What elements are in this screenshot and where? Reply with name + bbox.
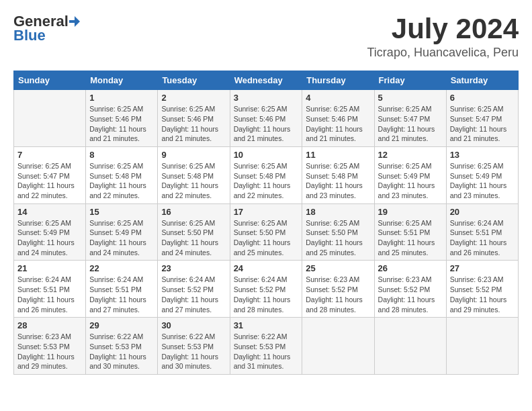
- calendar-cell: [446, 318, 518, 375]
- day-info: Sunrise: 6:25 AMSunset: 5:46 PMDaylight:…: [161, 104, 226, 144]
- day-info: Sunrise: 6:25 AMSunset: 5:46 PMDaylight:…: [89, 104, 154, 144]
- day-info: Sunrise: 6:25 AMSunset: 5:47 PMDaylight:…: [378, 104, 443, 144]
- day-number: 4: [306, 93, 370, 103]
- day-number: 8: [89, 150, 154, 160]
- header: General Blue July 2024 Ticrapo, Huancave…: [13, 13, 519, 60]
- day-number: 30: [161, 320, 226, 330]
- day-info: Sunrise: 6:25 AMSunset: 5:49 PMDaylight:…: [17, 218, 82, 258]
- day-info: Sunrise: 6:25 AMSunset: 5:48 PMDaylight:…: [89, 161, 154, 201]
- day-number: 6: [450, 93, 515, 103]
- day-info: Sunrise: 6:24 AMSunset: 5:52 PMDaylight:…: [161, 275, 226, 314]
- day-info: Sunrise: 6:23 AMSunset: 5:52 PMDaylight:…: [378, 275, 443, 314]
- calendar-week-row-4: 21Sunrise: 6:24 AMSunset: 5:51 PMDayligh…: [14, 261, 519, 318]
- calendar-cell: 14Sunrise: 6:25 AMSunset: 5:49 PMDayligh…: [14, 203, 86, 261]
- weekday-header-friday: Friday: [374, 71, 446, 90]
- day-info: Sunrise: 6:22 AMSunset: 5:53 PMDaylight:…: [89, 332, 154, 371]
- day-info: Sunrise: 6:25 AMSunset: 5:48 PMDaylight:…: [306, 161, 370, 201]
- logo: General Blue: [13, 13, 81, 44]
- month-year-title: July 2024: [367, 13, 519, 44]
- day-number: 2: [161, 93, 226, 103]
- calendar-table: SundayMondayTuesdayWednesdayThursdayFrid…: [13, 71, 519, 375]
- day-info: Sunrise: 6:24 AMSunset: 5:52 PMDaylight:…: [234, 275, 299, 314]
- calendar-cell: 30Sunrise: 6:22 AMSunset: 5:53 PMDayligh…: [158, 318, 230, 375]
- day-number: 15: [89, 207, 154, 217]
- calendar-cell: [302, 318, 374, 375]
- weekday-header-tuesday: Tuesday: [158, 71, 230, 90]
- day-info: Sunrise: 6:22 AMSunset: 5:53 PMDaylight:…: [234, 332, 299, 371]
- calendar-cell: 12Sunrise: 6:25 AMSunset: 5:49 PMDayligh…: [374, 146, 446, 203]
- day-info: Sunrise: 6:24 AMSunset: 5:51 PMDaylight:…: [17, 275, 82, 314]
- calendar-cell: 18Sunrise: 6:25 AMSunset: 5:50 PMDayligh…: [302, 203, 374, 261]
- calendar-cell: 9Sunrise: 6:25 AMSunset: 5:48 PMDaylight…: [158, 146, 230, 203]
- calendar-cell: 5Sunrise: 6:25 AMSunset: 5:47 PMDaylight…: [374, 90, 446, 147]
- logo-blue-text: Blue: [13, 27, 46, 44]
- day-number: 5: [378, 93, 443, 103]
- day-number: 18: [306, 207, 370, 217]
- day-number: 14: [17, 207, 82, 217]
- calendar-cell: 11Sunrise: 6:25 AMSunset: 5:48 PMDayligh…: [302, 146, 374, 203]
- day-number: 11: [306, 150, 370, 160]
- weekday-header-saturday: Saturday: [446, 71, 518, 90]
- calendar-cell: 8Sunrise: 6:25 AMSunset: 5:48 PMDaylight…: [86, 146, 158, 203]
- calendar-cell: 2Sunrise: 6:25 AMSunset: 5:46 PMDaylight…: [158, 90, 230, 147]
- location-subtitle: Ticrapo, Huancavelica, Peru: [367, 46, 519, 60]
- day-info: Sunrise: 6:25 AMSunset: 5:50 PMDaylight:…: [161, 218, 226, 258]
- calendar-cell: 22Sunrise: 6:24 AMSunset: 5:51 PMDayligh…: [86, 261, 158, 318]
- calendar-cell: 26Sunrise: 6:23 AMSunset: 5:52 PMDayligh…: [374, 261, 446, 318]
- day-number: 20: [450, 207, 515, 217]
- calendar-cell: 31Sunrise: 6:22 AMSunset: 5:53 PMDayligh…: [230, 318, 302, 375]
- day-number: 25: [306, 263, 370, 273]
- day-info: Sunrise: 6:25 AMSunset: 5:47 PMDaylight:…: [450, 104, 515, 144]
- calendar-week-row-3: 14Sunrise: 6:25 AMSunset: 5:49 PMDayligh…: [14, 203, 519, 261]
- weekday-header-row: SundayMondayTuesdayWednesdayThursdayFrid…: [14, 71, 519, 90]
- calendar-cell: 15Sunrise: 6:25 AMSunset: 5:49 PMDayligh…: [86, 203, 158, 261]
- weekday-header-thursday: Thursday: [302, 71, 374, 90]
- day-number: 10: [234, 150, 299, 160]
- logo-icon: [69, 15, 81, 28]
- day-info: Sunrise: 6:23 AMSunset: 5:52 PMDaylight:…: [306, 275, 370, 314]
- calendar-cell: [374, 318, 446, 375]
- day-info: Sunrise: 6:25 AMSunset: 5:48 PMDaylight:…: [161, 161, 226, 201]
- day-number: 1: [89, 93, 154, 103]
- calendar-cell: 10Sunrise: 6:25 AMSunset: 5:48 PMDayligh…: [230, 146, 302, 203]
- day-info: Sunrise: 6:25 AMSunset: 5:50 PMDaylight:…: [234, 218, 299, 258]
- day-number: 28: [17, 320, 82, 330]
- calendar-cell: 3Sunrise: 6:25 AMSunset: 5:46 PMDaylight…: [230, 90, 302, 147]
- day-number: 23: [161, 263, 226, 273]
- calendar-cell: 23Sunrise: 6:24 AMSunset: 5:52 PMDayligh…: [158, 261, 230, 318]
- day-info: Sunrise: 6:25 AMSunset: 5:49 PMDaylight:…: [378, 161, 443, 201]
- calendar-cell: 13Sunrise: 6:25 AMSunset: 5:49 PMDayligh…: [446, 146, 518, 203]
- day-info: Sunrise: 6:23 AMSunset: 5:52 PMDaylight:…: [450, 275, 515, 314]
- svg-marker-0: [69, 16, 80, 27]
- calendar-week-row-5: 28Sunrise: 6:23 AMSunset: 5:53 PMDayligh…: [14, 318, 519, 375]
- day-number: 13: [450, 150, 515, 160]
- calendar-cell: 19Sunrise: 6:25 AMSunset: 5:51 PMDayligh…: [374, 203, 446, 261]
- day-info: Sunrise: 6:23 AMSunset: 5:53 PMDaylight:…: [17, 332, 82, 371]
- day-number: 12: [378, 150, 443, 160]
- calendar-cell: 6Sunrise: 6:25 AMSunset: 5:47 PMDaylight…: [446, 90, 518, 147]
- day-info: Sunrise: 6:24 AMSunset: 5:51 PMDaylight:…: [89, 275, 154, 314]
- calendar-week-row-2: 7Sunrise: 6:25 AMSunset: 5:47 PMDaylight…: [14, 146, 519, 203]
- calendar-cell: 7Sunrise: 6:25 AMSunset: 5:47 PMDaylight…: [14, 146, 86, 203]
- calendar-cell: 27Sunrise: 6:23 AMSunset: 5:52 PMDayligh…: [446, 261, 518, 318]
- day-info: Sunrise: 6:25 AMSunset: 5:47 PMDaylight:…: [17, 161, 82, 201]
- calendar-cell: 20Sunrise: 6:24 AMSunset: 5:51 PMDayligh…: [446, 203, 518, 261]
- calendar-cell: [14, 90, 86, 147]
- day-number: 16: [161, 207, 226, 217]
- calendar-cell: 25Sunrise: 6:23 AMSunset: 5:52 PMDayligh…: [302, 261, 374, 318]
- day-number: 22: [89, 263, 154, 273]
- calendar-week-row-1: 1Sunrise: 6:25 AMSunset: 5:46 PMDaylight…: [14, 90, 519, 147]
- calendar-cell: 28Sunrise: 6:23 AMSunset: 5:53 PMDayligh…: [14, 318, 86, 375]
- day-info: Sunrise: 6:25 AMSunset: 5:46 PMDaylight:…: [306, 104, 370, 144]
- weekday-header-monday: Monday: [86, 71, 158, 90]
- day-info: Sunrise: 6:25 AMSunset: 5:49 PMDaylight:…: [89, 218, 154, 258]
- day-number: 27: [450, 263, 515, 273]
- day-info: Sunrise: 6:25 AMSunset: 5:49 PMDaylight:…: [450, 161, 515, 201]
- calendar-cell: 21Sunrise: 6:24 AMSunset: 5:51 PMDayligh…: [14, 261, 86, 318]
- calendar-cell: 29Sunrise: 6:22 AMSunset: 5:53 PMDayligh…: [86, 318, 158, 375]
- day-number: 3: [234, 93, 299, 103]
- day-number: 19: [378, 207, 443, 217]
- weekday-header-wednesday: Wednesday: [230, 71, 302, 90]
- day-info: Sunrise: 6:25 AMSunset: 5:51 PMDaylight:…: [378, 218, 443, 258]
- day-number: 26: [378, 263, 443, 273]
